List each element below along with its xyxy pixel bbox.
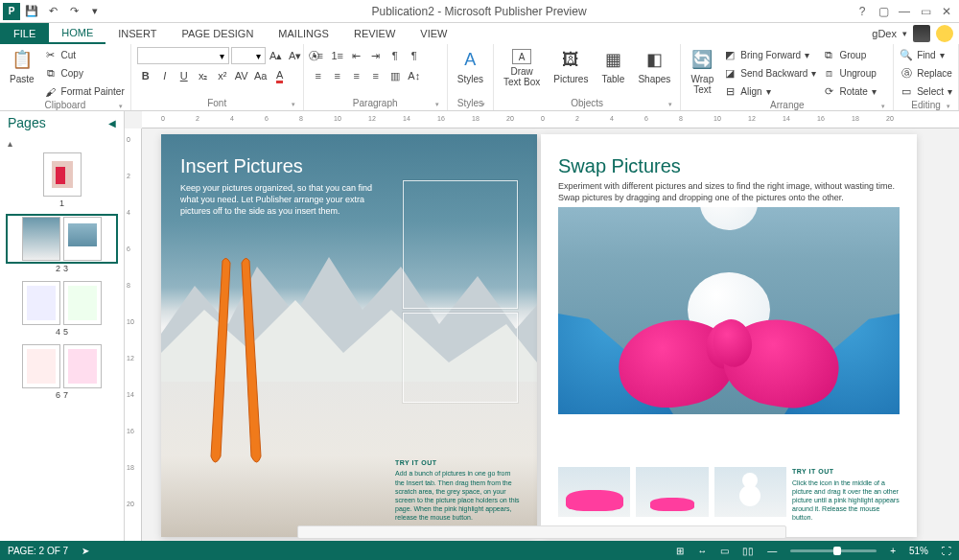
status-object-position-icon[interactable]: ⊞ xyxy=(676,546,684,556)
view-single-page-button[interactable]: ▭ xyxy=(720,546,729,556)
picture-placeholder-2[interactable] xyxy=(403,313,518,403)
page-thumb-7[interactable] xyxy=(63,344,102,388)
ruler-vertical: 02468101214161820 xyxy=(125,128,142,541)
font-color-button[interactable]: A xyxy=(271,67,289,84)
bullets-button[interactable]: •≡ xyxy=(310,47,327,64)
page-thumb-4[interactable] xyxy=(22,281,60,325)
char-spacing-button[interactable]: AV xyxy=(233,67,250,84)
page-thumb-2[interactable] xyxy=(22,217,60,261)
superscript-button[interactable]: x² xyxy=(214,67,231,84)
tab-page-design[interactable]: PAGE DESIGN xyxy=(169,23,266,44)
page-thumb-6[interactable] xyxy=(22,344,60,388)
page-left[interactable]: Insert Pictures Keep your pictures organ… xyxy=(161,134,537,537)
qat-redo[interactable]: ↷ xyxy=(64,2,83,21)
pages-tree-collapse-icon[interactable]: ▴ xyxy=(8,138,116,149)
avatar-alt[interactable] xyxy=(936,25,953,42)
thumb-label: 7 xyxy=(63,390,68,400)
status-object-size-icon[interactable]: ↔ xyxy=(697,546,707,556)
pictures-icon: 🖼 xyxy=(559,49,582,72)
rotate-button[interactable]: ⟳Rotate ▾ xyxy=(822,83,876,100)
tab-file[interactable]: FILE xyxy=(0,23,49,44)
canvas-area[interactable]: 0246810121416182002468101214161820 02468… xyxy=(125,111,959,541)
right-page-heading: Swap Pictures xyxy=(558,155,681,177)
find-button[interactable]: 🔍Find ▾ xyxy=(900,47,952,63)
status-bar: PAGE: 2 OF 7 ➤ ⊞ ↔ ▭ ▯▯ — + 51% ⛶ xyxy=(0,541,959,560)
font-family-combo[interactable]: ▾ xyxy=(137,47,229,64)
minimize-button[interactable]: — xyxy=(896,3,913,20)
ribbon-display-options[interactable]: ▢ xyxy=(875,3,892,20)
copy-button[interactable]: ⧉Copy xyxy=(44,65,125,82)
text-effects-button[interactable]: Aa xyxy=(252,67,269,84)
swap-thumb-3[interactable] xyxy=(714,467,786,517)
page-thumb-1[interactable] xyxy=(43,152,82,197)
swap-thumb-1[interactable] xyxy=(558,467,630,517)
justify-button[interactable]: ≡ xyxy=(367,67,385,84)
zoom-slider[interactable] xyxy=(790,549,877,552)
maximize-button[interactable]: ▭ xyxy=(917,3,934,20)
align-left-button[interactable]: ≡ xyxy=(310,67,327,84)
group-arrange: 🔄Wrap Text ◩Bring Forward ▾ ◪Send Backwa… xyxy=(681,44,894,110)
horizontal-scrollbar[interactable] xyxy=(297,525,786,539)
tab-view[interactable]: VIEW xyxy=(408,23,459,44)
zoom-level[interactable]: 51% xyxy=(909,546,928,556)
qat-undo[interactable]: ↶ xyxy=(43,2,62,21)
decrease-indent-button[interactable]: ⇤ xyxy=(348,47,365,64)
zoom-out-button[interactable]: — xyxy=(767,546,777,556)
wrap-text-button[interactable]: 🔄Wrap Text xyxy=(687,47,717,97)
view-two-page-button[interactable]: ▯▯ xyxy=(742,546,754,556)
help-icon[interactable]: ? xyxy=(854,3,871,20)
shrink-font-button[interactable]: A▾ xyxy=(287,47,304,64)
close-button[interactable]: ✕ xyxy=(938,3,955,20)
right-tryout-title: TRY IT OUT xyxy=(792,467,900,476)
zoom-fit-button[interactable]: ⛶ xyxy=(942,546,951,556)
font-size-combo[interactable]: ▾ xyxy=(231,47,266,64)
account-menu-chevron[interactable]: ▾ xyxy=(902,29,907,38)
swap-thumb-2[interactable] xyxy=(636,467,708,517)
columns-button[interactable]: ▥ xyxy=(386,67,404,84)
shapes-button[interactable]: ◧Shapes xyxy=(634,47,674,86)
replace-button[interactable]: ⓐReplace xyxy=(900,65,952,82)
account-name[interactable]: gDex xyxy=(872,28,897,39)
tab-insert[interactable]: INSERT xyxy=(105,23,169,44)
pages-panel-collapse-icon[interactable]: ◀ xyxy=(108,118,116,128)
send-backward-button[interactable]: ◪Send Backward ▾ xyxy=(723,65,816,82)
subscript-button[interactable]: x₂ xyxy=(195,67,212,84)
underline-button[interactable]: U xyxy=(175,67,193,84)
align-center-button[interactable]: ≡ xyxy=(329,67,346,84)
grow-font-button[interactable]: A▴ xyxy=(268,47,285,64)
line-spacing-button[interactable]: ¶ xyxy=(386,47,404,64)
paragraph-pilcrow-button[interactable]: ¶ xyxy=(406,47,423,64)
pictures-button[interactable]: 🖼Pictures xyxy=(550,47,592,86)
status-page-indicator[interactable]: PAGE: 2 OF 7 xyxy=(8,546,68,556)
tab-review[interactable]: REVIEW xyxy=(341,23,408,44)
align-button[interactable]: ⊟Align ▾ xyxy=(723,83,816,100)
qat-customize[interactable]: ▾ xyxy=(85,2,105,21)
paste-button[interactable]: 📋 Paste xyxy=(6,47,38,86)
numbering-button[interactable]: 1≡ xyxy=(329,47,346,64)
select-button[interactable]: ▭Select ▾ xyxy=(900,83,952,100)
tab-mailings[interactable]: MAILINGS xyxy=(266,23,341,44)
cut-button[interactable]: ✂Cut xyxy=(44,47,125,63)
group-clipboard: 📋 Paste ✂Cut ⧉Copy 🖌Format Painter Clipb… xyxy=(0,44,131,110)
ungroup-button[interactable]: ⧈Ungroup xyxy=(822,65,876,82)
zoom-in-button[interactable]: + xyxy=(890,546,896,556)
workspace: Pages ◀ ▴ 1 23 45 67 xyxy=(0,111,959,541)
format-painter-button[interactable]: 🖌Format Painter xyxy=(44,83,125,100)
italic-button[interactable]: I xyxy=(156,67,174,84)
bold-button[interactable]: B xyxy=(137,67,154,84)
avatar[interactable] xyxy=(913,25,930,42)
page-thumb-5[interactable] xyxy=(63,281,102,325)
picture-placeholder-1[interactable] xyxy=(403,180,518,309)
qat-save[interactable]: 💾 xyxy=(22,2,41,21)
tab-home[interactable]: HOME xyxy=(49,23,105,44)
text-direction-button[interactable]: A↕ xyxy=(406,67,423,84)
group-objects-button[interactable]: ⧉Group xyxy=(822,47,876,63)
styles-button[interactable]: A Styles xyxy=(454,47,487,86)
page-thumb-3[interactable] xyxy=(63,217,102,261)
increase-indent-button[interactable]: ⇥ xyxy=(367,47,385,64)
bring-forward-button[interactable]: ◩Bring Forward ▾ xyxy=(723,47,816,63)
align-right-button[interactable]: ≡ xyxy=(348,67,365,84)
page-right[interactable]: Swap Pictures Experiment with different … xyxy=(541,134,917,537)
draw-text-box-button[interactable]: ADraw Text Box xyxy=(500,47,544,89)
table-button[interactable]: ▦Table xyxy=(597,47,628,86)
